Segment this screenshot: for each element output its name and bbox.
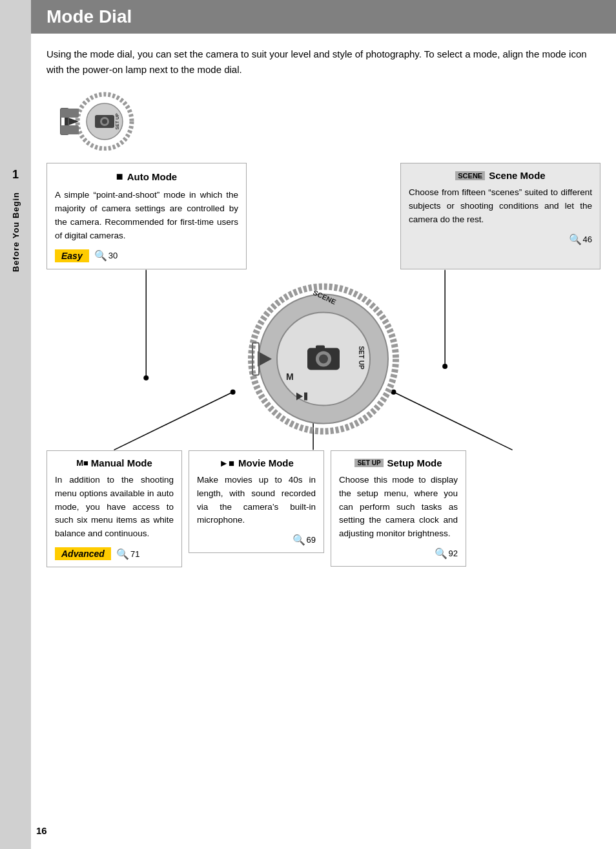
scene-mode-label: Scene Mode: [489, 170, 546, 181]
manual-mode-title: M■ Manual Mode: [55, 457, 174, 468]
setup-icon-box: SET UP: [354, 459, 383, 467]
setup-page-ref: 🔍 92: [435, 547, 458, 560]
movie-page-ref-icon: 🔍: [293, 534, 305, 546]
manual-page-number: 71: [130, 549, 139, 559]
auto-camera-icon: ■: [116, 170, 123, 183]
movie-mode-label: Movie Mode: [238, 457, 294, 468]
manual-icon: M■: [76, 458, 88, 468]
auto-page-number: 30: [108, 251, 118, 260]
svg-text:M: M: [286, 371, 294, 381]
header-bar: Mode Dial: [31, 0, 616, 34]
setup-mode-box: SET UP Setup Mode Choose this mode to di…: [331, 450, 466, 567]
auto-mode-body: A simple “point-and-shoot” mode in which…: [55, 189, 238, 243]
manual-mode-body: In addition to the shooting menu options…: [55, 474, 174, 541]
setup-page-number: 92: [449, 549, 458, 558]
setup-page-ref-icon: 🔍: [435, 547, 447, 560]
svg-rect-9: [61, 125, 79, 134]
auto-page-ref: 🔍 30: [94, 249, 118, 262]
scene-page-number: 46: [583, 235, 592, 244]
easy-badge: Easy: [55, 249, 89, 262]
top-dial-image: SET UP: [46, 89, 601, 152]
page-number: 16: [36, 825, 47, 836]
movie-page-ref: 🔍 69: [293, 534, 316, 546]
scene-mode-footer: 🔍 46: [409, 233, 592, 246]
scene-mode-title: SCENE Scene Mode: [409, 170, 592, 181]
top-mode-boxes: ■ Auto Mode A simple “point-and-shoot” m…: [46, 163, 601, 269]
svg-rect-31: [304, 392, 307, 400]
top-dial-svg: SET UP: [46, 89, 143, 151]
movie-mode-footer: 🔍 69: [197, 534, 316, 546]
manual-mode-footer: Advanced 🔍 71: [55, 547, 174, 560]
svg-point-15: [143, 375, 149, 381]
scene-page-ref: 🔍 46: [569, 233, 592, 246]
setup-mode-title: SET UP Setup Mode: [339, 457, 458, 468]
sidebar-label: Before You Begin: [11, 192, 21, 272]
center-dial-svg: SCENE SET UP M: [246, 281, 401, 436]
scene-mode-body: Choose from fifteen “scenes” suited to d…: [409, 186, 592, 227]
scene-page-ref-icon: 🔍: [569, 233, 582, 246]
manual-page-ref: 🔍 71: [116, 548, 139, 560]
svg-point-4: [102, 119, 107, 124]
center-dial: SCENE SET UP M: [246, 281, 401, 438]
svg-point-25: [319, 354, 328, 363]
svg-line-12: [114, 392, 233, 450]
svg-point-16: [231, 389, 236, 394]
intro-text: Using the mode dial, you can set the cam…: [46, 47, 601, 78]
svg-point-19: [442, 364, 447, 369]
connector-area: SCENE SET UP M: [46, 269, 601, 450]
advanced-badge: Advanced: [55, 547, 111, 560]
sidebar-number: 1: [12, 168, 19, 182]
full-layout: ■ Auto Mode A simple “point-and-shoot” m…: [46, 163, 601, 567]
bottom-mode-boxes: M■ Manual Mode In addition to the shooti…: [46, 450, 601, 568]
auto-mode-box: ■ Auto Mode A simple “point-and-shoot” m…: [46, 163, 247, 269]
svg-text:SET UP: SET UP: [358, 346, 365, 369]
manual-mode-label: Manual Mode: [91, 457, 152, 468]
movie-mode-title: ►■ Movie Mode: [197, 457, 316, 468]
setup-mode-body: Choose this mode to display the setup me…: [339, 474, 458, 541]
movie-mode-body: Make movies up to 40s in length, with so…: [197, 474, 316, 528]
svg-rect-26: [316, 345, 325, 350]
manual-mode-box: M■ Manual Mode In addition to the shooti…: [46, 450, 182, 568]
manual-page-ref-icon: 🔍: [116, 548, 129, 560]
svg-rect-8: [61, 109, 79, 118]
auto-mode-footer: Easy 🔍 30: [55, 249, 238, 262]
auto-page-ref-icon: 🔍: [94, 249, 107, 262]
main-content: Mode Dial Using the mode dial, you can s…: [31, 0, 616, 593]
page-title: Mode Dial: [46, 6, 601, 27]
setup-mode-label: Setup Mode: [387, 457, 442, 468]
setup-mode-footer: 🔍 92: [339, 547, 458, 560]
scene-mode-box: SCENE Scene Mode Choose from fifteen “sc…: [400, 163, 601, 269]
svg-text:SET UP: SET UP: [115, 113, 119, 130]
movie-mode-box: ►■ Movie Mode Make movies up to 40s in l…: [189, 450, 324, 554]
svg-line-14: [393, 392, 512, 450]
movie-page-number: 69: [307, 535, 316, 545]
scene-icon-box: SCENE: [455, 171, 485, 180]
sidebar: 1 Before You Begin: [0, 0, 31, 849]
auto-mode-title: ■ Auto Mode: [55, 170, 238, 183]
auto-mode-label: Auto Mode: [127, 171, 177, 182]
movie-icon: ►■: [219, 457, 234, 468]
